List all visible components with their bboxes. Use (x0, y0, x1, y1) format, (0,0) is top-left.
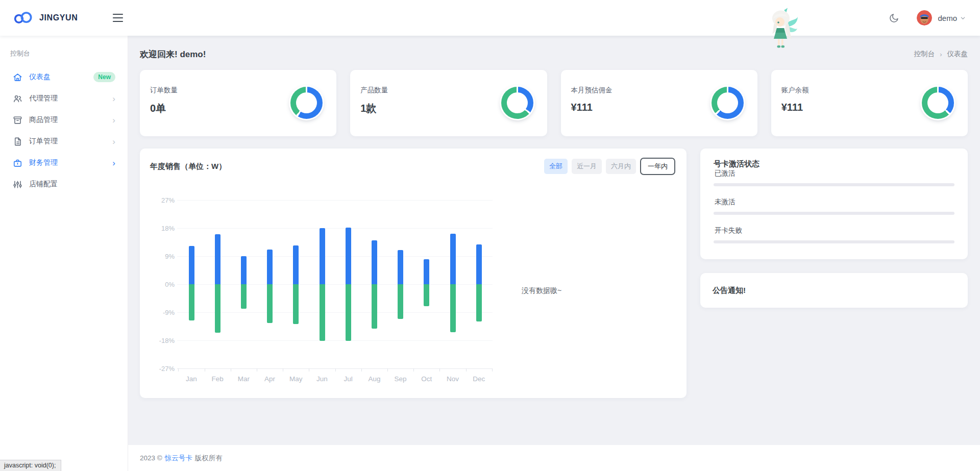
sidebar-item-shop-config[interactable]: 店铺配置 (0, 173, 128, 195)
footer: 2023 © 惊云号卡 版权所有 (128, 445, 980, 471)
bar-positive (372, 240, 377, 284)
cloud-logo-icon (13, 11, 35, 25)
panel-title: 号卡激活状态 (714, 159, 954, 169)
notice-title: 公告通知! (713, 286, 746, 295)
bar-positive (189, 246, 194, 284)
footer-year: 2023 © (140, 454, 162, 462)
x-axis-tick-label: Dec (468, 375, 490, 383)
progress-bar (714, 212, 954, 215)
y-gridline (177, 340, 493, 341)
y-gridline (177, 200, 493, 201)
y-axis-tick-label: -9% (150, 309, 175, 316)
card-activation-status: 号卡激活状态 已激活 未激活 开卡失败 (700, 148, 968, 259)
filter-last-month-button[interactable]: 近一月 (572, 159, 602, 174)
sidebar-item-label: 仪表盘 (29, 72, 51, 82)
bar-negative (320, 284, 325, 341)
bar-negative (476, 284, 482, 321)
user-avatar[interactable] (917, 10, 932, 26)
y-gridline (177, 312, 493, 313)
annual-sales-chart-card: 年度销售（单位：W） 全部 近一月 六月内 一年内 27%18%9%0%-9%-… (140, 148, 687, 398)
donut-chart (501, 87, 533, 119)
y-axis-tick-label: -27% (150, 365, 175, 373)
bar-positive (241, 256, 247, 284)
x-axis-tick-label: Oct (415, 375, 438, 383)
bar-negative (346, 284, 351, 341)
bar-positive (450, 234, 456, 284)
breadcrumb-current: 仪表盘 (947, 49, 968, 59)
donut-chart (922, 87, 954, 119)
x-axis-tick (178, 368, 179, 371)
sidebar-item-products[interactable]: 商品管理 › (0, 109, 128, 131)
bar-positive (215, 234, 220, 284)
bar-positive (346, 228, 351, 284)
bar-positive (320, 228, 325, 284)
box-icon (13, 115, 22, 125)
sidebar-section-label: 控制台 (0, 36, 128, 66)
y-axis-tick-label: 18% (150, 225, 175, 232)
filter-one-year-button[interactable]: 一年内 (640, 158, 675, 175)
brand-logo[interactable]: JINGYUN (0, 11, 108, 25)
footer-rights: 版权所有 (195, 454, 223, 463)
bar-negative (189, 284, 194, 320)
home-icon (13, 72, 22, 82)
sidebar-item-label: 店铺配置 (29, 180, 58, 189)
chart-title: 年度销售（单位：W） (150, 162, 226, 171)
bar-positive (424, 259, 429, 284)
x-axis-tick (335, 368, 336, 371)
sidebar-item-orders[interactable]: 订单管理 › (0, 131, 128, 152)
x-axis-tick (492, 368, 493, 371)
x-axis-tick (466, 368, 467, 371)
x-axis-tick-label: Jul (337, 375, 359, 383)
bar-chart-plot: 27%18%9%0%-9%-18%-27%JanFebMarAprMayJunJ… (140, 148, 687, 398)
briefcase-icon (13, 158, 22, 168)
bar-positive (398, 250, 403, 284)
dark-mode-icon[interactable] (889, 13, 899, 23)
filter-six-months-button[interactable]: 六月内 (606, 159, 636, 174)
stat-card-products: 产品数量 1款 (350, 70, 547, 136)
chart-filters: 全部 近一月 六月内 一年内 (544, 158, 675, 175)
bar-negative (398, 284, 403, 319)
chevron-right-icon: › (112, 159, 115, 167)
x-axis-tick (231, 368, 231, 371)
brand-name: JINGYUN (39, 13, 78, 22)
footer-brand-link[interactable]: 惊云号卡 (165, 454, 192, 463)
users-icon (13, 94, 22, 104)
card-announcements: 公告通知! (700, 273, 968, 308)
sidebar-item-dashboard[interactable]: 仪表盘 New (0, 66, 128, 88)
x-axis-tick (283, 368, 283, 371)
sidebar-item-agents[interactable]: 代理管理 › (0, 88, 128, 109)
x-axis-tick-label: Jun (311, 375, 333, 383)
y-axis-tick-label: 9% (150, 253, 175, 260)
x-axis-tick-label: Feb (206, 375, 229, 383)
x-axis-tick-label: Sep (389, 375, 412, 383)
stat-card-commission: 本月预估佣金 ¥111 (561, 70, 757, 136)
sidebar-item-label: 商品管理 (29, 115, 58, 125)
filter-all-button[interactable]: 全部 (544, 159, 568, 174)
x-axis-tick-label: Aug (363, 375, 385, 383)
menu-toggle-icon[interactable] (112, 13, 124, 22)
activation-label: 开卡失败 (715, 226, 954, 235)
progress-bar (714, 183, 954, 186)
breadcrumb-root[interactable]: 控制台 (914, 49, 935, 59)
chevron-right-icon: › (112, 94, 115, 103)
y-gridline (177, 256, 493, 257)
sidebar-item-finance[interactable]: 财务管理 › (0, 152, 128, 173)
x-axis-tick (413, 368, 414, 371)
activation-label: 未激活 (715, 197, 954, 207)
user-menu[interactable]: demo (938, 14, 957, 22)
bar-negative (424, 284, 429, 306)
x-axis-tick (387, 368, 388, 371)
x-axis-tick (361, 368, 362, 371)
x-axis-tick (257, 368, 257, 371)
y-gridline (177, 228, 493, 229)
y-axis-tick-label: 27% (150, 196, 175, 204)
donut-chart (290, 87, 323, 119)
x-axis-tick (205, 368, 205, 371)
x-axis-tick (309, 368, 309, 371)
breadcrumb-separator: › (940, 51, 942, 58)
top-header: JINGYUN demo (0, 0, 980, 36)
activation-item-failed: 开卡失败 (714, 226, 954, 243)
x-axis-tick (439, 368, 440, 371)
chevron-down-icon[interactable] (960, 15, 966, 21)
x-axis-tick-label: Mar (232, 375, 255, 383)
